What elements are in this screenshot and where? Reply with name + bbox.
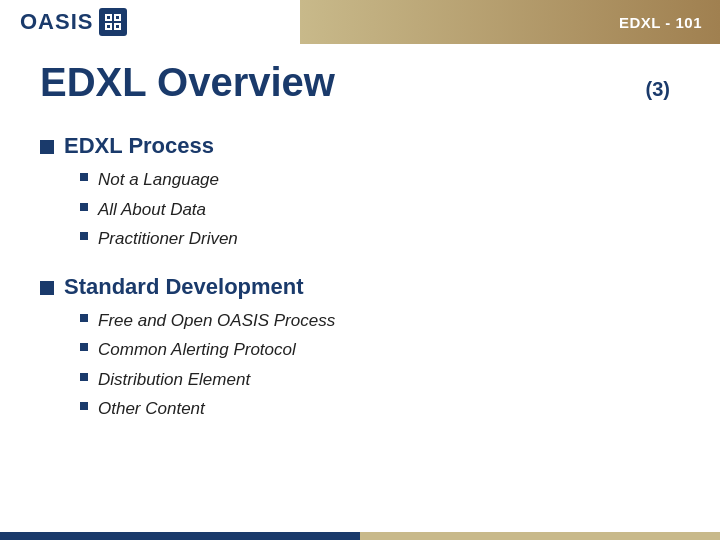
list-item: Distribution Element [80,367,680,393]
svg-rect-5 [116,16,119,19]
section-standard-development: Standard Development Free and Open OASIS… [40,274,680,422]
section-header-edxl-process: EDXL Process [40,133,680,159]
list-item: All About Data [80,197,680,223]
header-bar: EDXL - 101 [300,0,720,44]
section-bullet-icon [40,140,54,154]
slide-content: EDXL Overview (3) EDXL Process Not a Lan… [40,60,680,510]
list-item: Common Alerting Protocol [80,337,680,363]
sub-item-label: Other Content [98,396,205,422]
header-title: EDXL - 101 [619,14,702,31]
sub-bullet-icon [80,402,88,410]
sub-bullet-icon [80,232,88,240]
svg-rect-7 [116,25,119,28]
sub-item-label: Distribution Element [98,367,250,393]
sub-bullet-icon [80,373,88,381]
oasis-logo-text: OASIS [20,9,93,35]
section-header-standard-development: Standard Development [40,274,680,300]
list-item: Free and Open OASIS Process [80,308,680,334]
sub-item-label: Practitioner Driven [98,226,238,252]
sub-bullet-icon [80,173,88,181]
logo-area: OASIS [0,0,300,44]
section-title-edxl-process: EDXL Process [64,133,214,159]
oasis-logo-icon [99,8,127,36]
title-row: EDXL Overview (3) [40,60,680,105]
list-item: Other Content [80,396,680,422]
sub-item-label: All About Data [98,197,206,223]
sub-bullet-icon [80,203,88,211]
page-title: EDXL Overview [40,60,335,105]
section-bullet-icon [40,281,54,295]
sub-items-edxl-process: Not a Language All About Data Practition… [80,167,680,252]
oasis-symbol-icon [103,12,123,32]
sub-items-standard-development: Free and Open OASIS Process Common Alert… [80,308,680,422]
list-item: Not a Language [80,167,680,193]
section-title-standard-development: Standard Development [64,274,304,300]
oasis-logo: OASIS [20,8,127,36]
sub-bullet-icon [80,343,88,351]
sub-item-label: Common Alerting Protocol [98,337,296,363]
sub-item-label: Free and Open OASIS Process [98,308,335,334]
svg-rect-4 [107,16,110,19]
slide-number: (3) [646,78,670,101]
sub-bullet-icon [80,314,88,322]
sub-item-label: Not a Language [98,167,219,193]
slide: EDXL - 101 OASIS EDXL Overv [0,0,720,540]
section-edxl-process: EDXL Process Not a Language All About Da… [40,133,680,252]
bottom-stripe [0,532,720,540]
list-item: Practitioner Driven [80,226,680,252]
svg-rect-6 [107,25,110,28]
